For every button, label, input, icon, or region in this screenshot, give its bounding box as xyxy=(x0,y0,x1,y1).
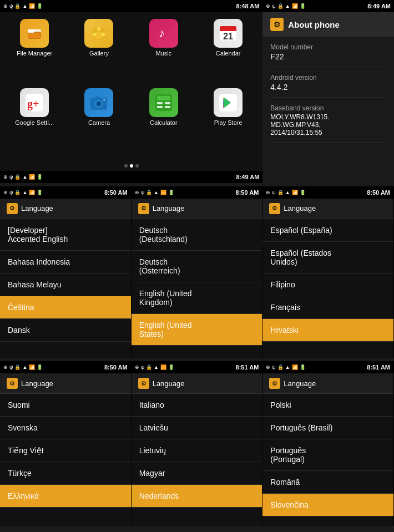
svg-point-7 xyxy=(93,33,96,36)
lang-item[interactable]: Español (España) xyxy=(262,219,393,242)
lang-item[interactable]: English (UnitedStates) xyxy=(132,314,262,346)
lang-panel: ⊕ ψ 🔒 ▲ 📶 🔋 8:50 AM ⚙ Language SuomiSven… xyxy=(0,361,132,526)
lang-status-time: 8:51 AM xyxy=(367,364,390,371)
lang-item[interactable]: Ελληνικά xyxy=(0,485,131,508)
google-settings-icon-img: g+ xyxy=(20,88,49,117)
chat-icon: ⊕ xyxy=(266,364,270,370)
lang-item[interactable]: Latviešu xyxy=(132,417,262,439)
lang-item[interactable]: Deutsch(Österreich) xyxy=(132,251,262,282)
app-file-manager[interactable]: File Manager xyxy=(3,19,65,86)
lang-item[interactable]: Filipino xyxy=(262,273,393,296)
signal-icon: 📶 xyxy=(160,190,166,195)
lang-item[interactable]: Bahasa Indonesia xyxy=(0,251,131,273)
usb-icon: ψ xyxy=(272,364,275,370)
svg-rect-27 xyxy=(165,106,170,108)
lang-item[interactable]: [Developer]Accented English xyxy=(0,219,131,251)
lang-status-time: 8:50 AM xyxy=(104,189,128,196)
lang-status-time: 8:50 AM xyxy=(236,189,259,196)
lang-header: ⚙ Language xyxy=(132,373,262,394)
signal-icon: 📶 xyxy=(160,364,166,370)
language-panels-row-2: ⊕ ψ 🔒 ▲ 📶 🔋 8:50 AM ⚙ Language SuomiSven… xyxy=(0,361,394,526)
wifi-icon: ▲ xyxy=(22,190,27,195)
app-calendar[interactable]: 21 Calendar xyxy=(197,19,259,86)
lang-item[interactable]: Čeština xyxy=(0,296,131,319)
home-status-bar-1: ⊕ ψ 🔒 ▲ 📶 🔋 8:48 AM xyxy=(0,0,262,12)
app-music[interactable]: ♪ Music xyxy=(133,19,195,86)
lang-item[interactable]: Türkçe xyxy=(0,462,131,485)
lang-settings-icon: ⚙ xyxy=(7,203,18,214)
battery-icon: 🔋 xyxy=(37,364,43,370)
chat-icon: ⊕ xyxy=(135,190,139,195)
lang-item[interactable]: Tiếng Việt xyxy=(0,439,131,462)
battery-icon: 🔋 xyxy=(37,3,43,9)
lang-item[interactable]: Nederlands xyxy=(132,485,262,508)
lang-status-bar: ⊕ ψ 🔒 ▲ 📶 🔋 8:50 AM xyxy=(132,186,262,199)
battery-icon: 🔋 xyxy=(300,364,306,370)
lang-item[interactable]: Lietuvių xyxy=(132,439,262,462)
lang-status-left: ⊕ ψ 🔒 ▲ 📶 🔋 xyxy=(135,190,174,195)
lang-item[interactable]: Română xyxy=(262,471,393,494)
lang-item[interactable]: Slovenčina xyxy=(262,494,393,516)
signal-icon: 📶 xyxy=(29,364,35,370)
about-status-bar: ⊕ ψ 🔒 ▲ 📶 🔋 8:49 AM xyxy=(262,0,394,12)
app-calculator[interactable]: Calculator xyxy=(133,88,195,155)
about-status-time: 8:49 AM xyxy=(367,3,391,9)
signal-icon-2: 📶 xyxy=(29,174,35,180)
play-store-icon-img xyxy=(214,88,243,117)
svg-point-21 xyxy=(103,99,105,101)
about-lock-icon: 🔒 xyxy=(277,3,284,9)
lang-item[interactable]: Polski xyxy=(262,394,393,417)
lang-item[interactable]: Français xyxy=(262,296,393,319)
home-screen: ⊕ ψ 🔒 ▲ 📶 🔋 8:48 AM xyxy=(0,0,262,183)
wifi-icon: ▲ xyxy=(22,364,27,370)
lock-icon: 🔒 xyxy=(277,190,284,195)
calendar-icon-img: 21 xyxy=(214,19,243,48)
status-time-1: 8:48 AM xyxy=(236,3,260,9)
lang-item[interactable]: Suomi xyxy=(0,394,131,417)
lang-item[interactable]: Bahasa Melayu xyxy=(0,273,131,296)
lang-item[interactable]: Dansk xyxy=(0,319,131,342)
lock-icon: 🔒 xyxy=(146,364,152,370)
android-label: Android version xyxy=(270,74,386,82)
signal-icon: 📶 xyxy=(29,190,35,195)
lock-icon: 🔒 xyxy=(14,3,21,9)
usb-icon: ψ xyxy=(272,190,275,195)
lang-panel: ⊕ ψ 🔒 ▲ 📶 🔋 8:51 AM ⚙ Language PolskiPor… xyxy=(262,361,394,526)
lang-item[interactable]: English (UnitedKingdom) xyxy=(132,282,262,314)
wifi-icon: ▲ xyxy=(285,364,290,370)
status-left-icons: ⊕ ψ 🔒 ▲ 📶 🔋 xyxy=(3,3,43,9)
lang-status-bar: ⊕ ψ 🔒 ▲ 📶 🔋 8:50 AM xyxy=(0,361,131,373)
lang-item[interactable]: Svenska xyxy=(0,417,131,439)
app-play-store[interactable]: Play Store xyxy=(197,88,259,155)
lang-item[interactable]: Italiano xyxy=(132,394,262,417)
battery-icon: 🔋 xyxy=(168,364,174,370)
lang-item[interactable]: Português(Portugal) xyxy=(262,439,393,471)
lang-status-bar: ⊕ ψ 🔒 ▲ 📶 🔋 8:51 AM xyxy=(132,361,262,373)
gallery-icon-img xyxy=(84,19,113,48)
lang-item[interactable]: Português (Brasil) xyxy=(262,417,393,439)
lang-header-title: Language xyxy=(21,379,53,388)
dot-3 xyxy=(135,164,139,168)
lang-header: ⚙ Language xyxy=(262,373,393,394)
lang-item[interactable]: Hrvatski xyxy=(262,319,393,342)
lang-item[interactable]: Magyar xyxy=(132,462,262,485)
lang-panel: ⊕ ψ 🔒 ▲ 📶 🔋 8:50 AM ⚙ Language [Develope… xyxy=(0,186,132,358)
lang-status-time: 8:50 AM xyxy=(367,189,390,196)
app-camera[interactable]: Camera xyxy=(68,88,130,155)
wifi-icon: ▲ xyxy=(154,364,159,370)
usb-icon: ψ xyxy=(141,364,144,370)
lang-item[interactable]: Español (EstadosUnidos) xyxy=(262,242,393,273)
app-gallery[interactable]: Gallery xyxy=(68,19,130,86)
chat-icon: ⊕ xyxy=(266,190,270,195)
svg-point-5 xyxy=(97,27,101,31)
lock-icon: 🔒 xyxy=(146,190,152,195)
usb-icon: ψ xyxy=(9,364,13,370)
lang-status-left: ⊕ ψ 🔒 ▲ 📶 🔋 xyxy=(266,190,305,195)
calculator-label: Calculator xyxy=(150,119,178,126)
lang-item[interactable]: Deutsch(Deutschland) xyxy=(132,219,262,251)
lang-header-title: Language xyxy=(284,204,316,212)
app-google-settings[interactable]: g+ Google Setti... xyxy=(3,88,65,155)
lang-header-title: Language xyxy=(153,379,185,388)
lang-header-title: Language xyxy=(153,204,185,212)
chat-icon: ⊕ xyxy=(3,364,8,370)
